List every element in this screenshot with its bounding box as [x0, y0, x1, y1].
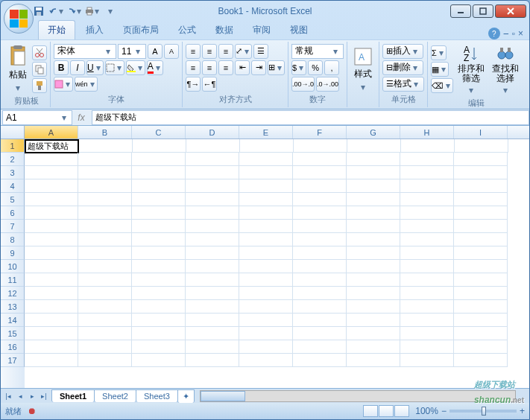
- cell-E9[interactable]: [239, 246, 293, 260]
- cell-D10[interactable]: [186, 260, 239, 273]
- zoom-slider[interactable]: [449, 410, 517, 413]
- row-header-9[interactable]: 9: [1, 246, 25, 260]
- zoom-thumb[interactable]: [482, 407, 486, 416]
- col-header-I[interactable]: I: [454, 126, 508, 139]
- cell-E8[interactable]: [239, 233, 293, 246]
- cell-H3[interactable]: [400, 166, 454, 179]
- cell-C8[interactable]: [132, 233, 186, 246]
- cell-C10[interactable]: [132, 260, 186, 273]
- row-header-2[interactable]: 2: [1, 153, 25, 166]
- col-header-D[interactable]: D: [186, 126, 239, 139]
- cell-E3[interactable]: [239, 166, 293, 179]
- cell-C6[interactable]: [132, 206, 186, 220]
- cell-A16[interactable]: [25, 340, 78, 354]
- cell-D7[interactable]: [186, 220, 239, 233]
- cell-E11[interactable]: [239, 273, 293, 287]
- cell-I7[interactable]: [454, 220, 508, 233]
- cell-E15[interactable]: [239, 327, 293, 340]
- cell-I2[interactable]: [454, 153, 508, 166]
- wrap-text-button[interactable]: ☰: [253, 44, 268, 59]
- cell-D11[interactable]: [186, 273, 239, 287]
- tab-insert[interactable]: 插入: [77, 21, 113, 39]
- cell-I8[interactable]: [454, 233, 508, 246]
- cell-D9[interactable]: [186, 246, 239, 260]
- decrease-decimal-button[interactable]: .0→.00: [316, 77, 339, 92]
- cell-I17[interactable]: [454, 354, 508, 367]
- cell-G13[interactable]: [347, 300, 400, 314]
- clear-button[interactable]: ⌫▾: [431, 78, 453, 93]
- cell-H10[interactable]: [400, 260, 454, 273]
- office-button[interactable]: [4, 4, 34, 34]
- sheet-tab-1[interactable]: Sheet1: [51, 389, 95, 402]
- decrease-font-button[interactable]: A: [164, 44, 179, 59]
- cell-H15[interactable]: [400, 327, 454, 340]
- cell-G12[interactable]: [347, 287, 400, 300]
- cell-G6[interactable]: [347, 206, 400, 220]
- format-cells-button[interactable]: ☰ 格式▾: [382, 77, 424, 92]
- increase-indent-button[interactable]: ⇥: [251, 60, 266, 75]
- cell-F6[interactable]: [293, 206, 347, 220]
- cell-D1[interactable]: [186, 139, 240, 153]
- border-style-button[interactable]: ▾: [54, 77, 73, 92]
- copy-button[interactable]: [32, 62, 47, 77]
- cell-B16[interactable]: [78, 340, 132, 354]
- merge-button[interactable]: ⊞▾: [268, 60, 285, 75]
- cell-H6[interactable]: [400, 206, 454, 220]
- last-sheet-button[interactable]: ▸|: [38, 390, 50, 402]
- cell-B15[interactable]: [78, 327, 132, 340]
- cell-C17[interactable]: [132, 354, 186, 367]
- fx-button[interactable]: fx: [74, 111, 89, 124]
- cell-G4[interactable]: [347, 179, 400, 193]
- cell-A5[interactable]: [25, 193, 78, 206]
- first-sheet-button[interactable]: |◂: [2, 390, 14, 402]
- cell-B12[interactable]: [78, 287, 132, 300]
- cell-B4[interactable]: [78, 179, 132, 193]
- zoom-in-button[interactable]: +: [520, 406, 525, 416]
- col-header-C[interactable]: C: [132, 126, 186, 139]
- format-painter-button[interactable]: [32, 78, 47, 93]
- cell-C1[interactable]: [133, 139, 186, 153]
- align-top-button[interactable]: ≡: [186, 44, 201, 59]
- insert-cells-button[interactable]: ⊞ 插入▾: [382, 44, 423, 59]
- cell-C5[interactable]: [132, 193, 186, 206]
- cell-A17[interactable]: [25, 354, 78, 367]
- cell-A14[interactable]: [25, 314, 78, 327]
- cell-B5[interactable]: [78, 193, 132, 206]
- row-header-4[interactable]: 4: [1, 179, 25, 193]
- cell-H13[interactable]: [400, 300, 454, 314]
- cell-C16[interactable]: [132, 340, 186, 354]
- row-header-1[interactable]: 1: [1, 139, 25, 153]
- cell-G5[interactable]: [347, 193, 400, 206]
- minimize-button[interactable]: [450, 4, 471, 18]
- cell-D2[interactable]: [186, 153, 239, 166]
- cell-A8[interactable]: [25, 233, 78, 246]
- cell-D14[interactable]: [186, 314, 239, 327]
- underline-button[interactable]: U▾: [86, 60, 104, 75]
- row-header-10[interactable]: 10: [1, 260, 25, 273]
- cell-F12[interactable]: [293, 287, 347, 300]
- align-right-button[interactable]: ≡: [218, 60, 233, 75]
- cut-button[interactable]: [32, 45, 47, 60]
- cell-B8[interactable]: [78, 233, 132, 246]
- cell-A6[interactable]: [25, 206, 78, 220]
- cell-I4[interactable]: [454, 179, 508, 193]
- decrease-indent-button[interactable]: ⇤: [235, 60, 250, 75]
- cell-G9[interactable]: [347, 246, 400, 260]
- horizontal-scrollbar[interactable]: [200, 390, 516, 402]
- cell-H12[interactable]: [400, 287, 454, 300]
- cell-F10[interactable]: [293, 260, 347, 273]
- cell-E14[interactable]: [239, 314, 293, 327]
- next-sheet-button[interactable]: ▸: [26, 390, 38, 402]
- page-layout-view-button[interactable]: [379, 405, 394, 417]
- cell-H11[interactable]: [400, 273, 454, 287]
- page-break-view-button[interactable]: [394, 405, 409, 417]
- cell-I3[interactable]: [454, 166, 508, 179]
- tab-review[interactable]: 审阅: [244, 21, 280, 39]
- cell-B11[interactable]: [78, 273, 132, 287]
- align-left-button[interactable]: ≡: [186, 60, 201, 75]
- cell-C14[interactable]: [132, 314, 186, 327]
- increase-decimal-button[interactable]: .00→.0: [291, 77, 315, 92]
- font-size-combo[interactable]: 11▾: [118, 44, 146, 59]
- cell-G14[interactable]: [347, 314, 400, 327]
- bold-button[interactable]: B: [54, 60, 69, 75]
